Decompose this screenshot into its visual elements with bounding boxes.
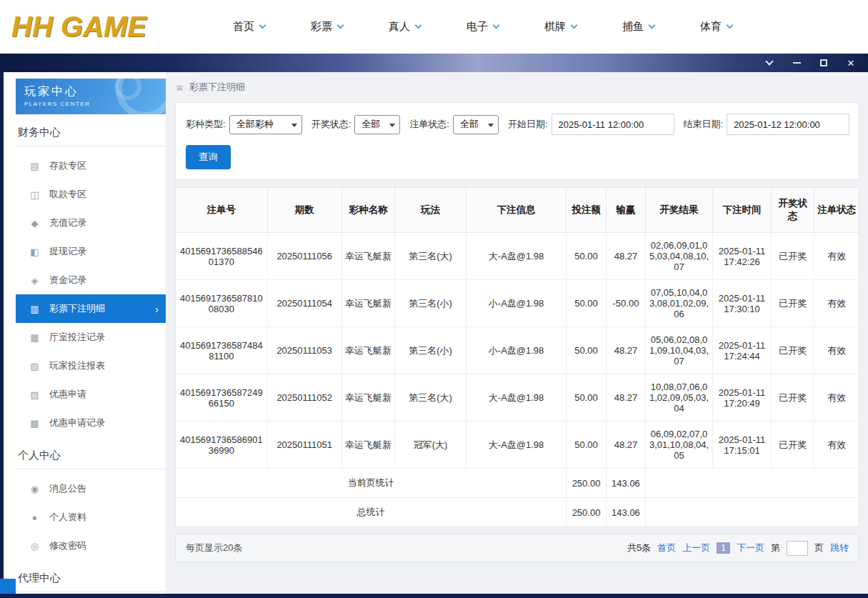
nav-item-真人[interactable]: 真人	[389, 20, 421, 34]
summary-amount: 250.00	[567, 498, 606, 527]
filter-panel: 彩种类型: 全部彩种 开奖状态: 全部 注单状态: 全部	[175, 102, 859, 180]
cell-order_no: 401569173658854601370	[176, 233, 267, 280]
chevron-down-icon	[488, 124, 494, 130]
top-nav: 首页彩票真人电子棋牌捕鱼体育	[233, 20, 732, 34]
nav-item-捕鱼[interactable]: 捕鱼	[622, 20, 654, 34]
sidebar-item-label: 消息公告	[49, 482, 86, 495]
cell-bet_info: 大-A盘@1.98	[466, 233, 567, 280]
summary-amount: 250.00	[567, 469, 606, 498]
page-jump-input[interactable]	[787, 541, 808, 556]
start-date-label: 开始日期:	[508, 118, 548, 131]
cell-play: 第三名(大)	[395, 374, 466, 422]
nav-item-label: 首页	[233, 20, 254, 34]
cell-order_no: 401569173658690136990	[176, 422, 267, 469]
sidebar-item-充值记录[interactable]: ◆充值记录	[16, 209, 166, 237]
sidebar-item-资金记录[interactable]: ◈资金记录	[16, 266, 166, 294]
end-date-input[interactable]	[727, 114, 849, 135]
first-page-link[interactable]: 首页	[657, 542, 676, 554]
cell-bet_info: 小-A盘@1.98	[466, 327, 567, 374]
draw-status-select[interactable]: 全部	[354, 115, 400, 134]
cell-period: 20250111051	[267, 422, 341, 469]
sidebar-item-消息公告[interactable]: ◉消息公告	[16, 474, 166, 503]
sidebar-item-个人资料[interactable]: ●个人资料	[16, 503, 166, 532]
page-size-text: 每页显示20条	[186, 542, 242, 554]
table-body: 40156917365885460137020250111056幸运飞艇新第三名…	[176, 233, 859, 527]
current-page-badge[interactable]: 1	[717, 542, 730, 554]
order-status-select[interactable]: 全部	[453, 115, 499, 134]
sidebar-item-彩票下注明细[interactable]: ▥彩票下注明细›	[16, 294, 166, 323]
column-header-输赢: 输赢	[606, 188, 645, 233]
lottery-type-label: 彩种类型:	[186, 118, 226, 131]
cell-amount: 50.00	[567, 422, 606, 469]
sidebar-item-取款专区[interactable]: ◫取款专区	[16, 180, 166, 209]
sidebar-item-label: 个人资料	[49, 511, 86, 524]
cell-order_no: 401569173658748481100	[176, 327, 267, 374]
table-row: 40156917365878100803020250111054幸运飞艇新第三名…	[176, 280, 859, 327]
collapse-button[interactable]	[764, 57, 775, 69]
jump-prefix-text: 第	[771, 542, 780, 554]
cell-order_status: 有效	[814, 327, 859, 374]
close-button[interactable]: ✕	[845, 57, 857, 69]
sidebar-item-label: 取款专区	[49, 188, 86, 201]
sidebar-section-title: 财务中心	[16, 114, 166, 146]
nav-item-棋牌[interactable]: 棋牌	[544, 20, 577, 34]
nav-item-电子[interactable]: 电子	[467, 20, 499, 34]
sidebar-item-厅室投注记录[interactable]: ▦厅室投注记录	[16, 323, 166, 352]
cell-bet_info: 大-A盘@1.98	[466, 374, 567, 422]
nav-item-label: 彩票	[311, 20, 332, 34]
cell-winloss: 48.27	[606, 327, 645, 374]
cell-result: 10,08,07,06,01,02,09,05,03,04	[646, 374, 713, 422]
cell-winloss: 48.27	[606, 233, 645, 280]
nav-item-体育[interactable]: 体育	[700, 20, 732, 34]
column-header-期数: 期数	[267, 188, 341, 233]
jump-button[interactable]: 跳转	[830, 542, 849, 554]
sidebar-item-修改密码[interactable]: ◎修改密码	[16, 532, 166, 560]
password-icon: ◎	[29, 541, 40, 552]
nav-item-首页[interactable]: 首页	[233, 20, 265, 34]
cell-draw_status: 已开奖	[772, 422, 814, 469]
sidebar-item-提现记录[interactable]: ◧提现记录	[16, 237, 166, 266]
corner-accent	[0, 579, 16, 594]
lottery-type-select[interactable]: 全部彩种	[229, 115, 302, 134]
minimize-button[interactable]	[791, 57, 802, 69]
column-header-注单号: 注单号	[176, 188, 267, 233]
cell-order_no: 401569173658724966150	[176, 374, 267, 422]
maximize-button[interactable]	[818, 57, 829, 69]
column-header-下注时间: 下注时间	[712, 188, 771, 233]
sidebar-item-玩家投注报表[interactable]: ▧玩家投注报表	[16, 352, 166, 380]
sidebar-item-label: 厅室投注记录	[49, 331, 105, 344]
cell-bet_info: 小-A盘@1.98	[466, 280, 567, 327]
cell-result: 06,09,02,07,03,01,10,08,04,05	[646, 422, 713, 469]
cell-lottery: 幸运飞艇新	[341, 422, 395, 469]
sidebar-menu: 财务中心▤存款专区◫取款专区◆充值记录◧提现记录◈资金记录▥彩票下注明细›▦厅室…	[16, 114, 166, 592]
recharge-record-icon: ◆	[29, 218, 40, 229]
funds-record-icon: ◈	[29, 275, 40, 286]
pagination-bar: 每页显示20条 共5条 首页 上一页 1 下一页 第 页 跳转	[175, 534, 859, 562]
cell-period: 20250111052	[267, 374, 341, 422]
sidebar-item-label: 修改密码	[49, 539, 86, 552]
brand-logo: HH GAME	[0, 11, 214, 43]
cell-winloss: -50.00	[606, 280, 645, 327]
sidebar-item-优惠申请[interactable]: ▨优惠申请	[16, 380, 166, 409]
sidebar-item-优惠申请记录[interactable]: ▩优惠申请记录	[16, 409, 166, 437]
order-status-value: 全部	[460, 118, 479, 131]
main-content: ≡ 彩票下注明细 彩种类型: 全部彩种 开奖状态: 全部 注单状态:	[166, 72, 868, 598]
sidebar-item-存款专区[interactable]: ▤存款专区	[16, 151, 166, 180]
summary-winloss: 143.06	[606, 469, 645, 498]
start-date-input[interactable]	[552, 114, 674, 135]
cell-lottery: 幸运飞艇新	[341, 374, 395, 422]
nav-item-彩票[interactable]: 彩票	[311, 20, 343, 34]
column-header-开奖状态: 开奖状态	[772, 188, 814, 233]
order-status-label: 注单状态:	[409, 118, 449, 131]
summary-row: 总统计250.00143.06	[176, 498, 859, 527]
chevron-down-icon	[389, 124, 395, 130]
cell-time: 2025-01-11 17:15:01	[712, 422, 771, 469]
draw-status-value: 全部	[361, 118, 380, 131]
prev-page-link[interactable]: 上一页	[682, 542, 710, 554]
lottery-bet-detail-icon: ▥	[29, 304, 40, 314]
cell-order_status: 有效	[814, 233, 859, 280]
query-button[interactable]: 查询	[186, 145, 231, 169]
nav-item-label: 电子	[467, 20, 488, 34]
cell-lottery: 幸运飞艇新	[341, 327, 395, 374]
next-page-link[interactable]: 下一页	[737, 542, 764, 554]
